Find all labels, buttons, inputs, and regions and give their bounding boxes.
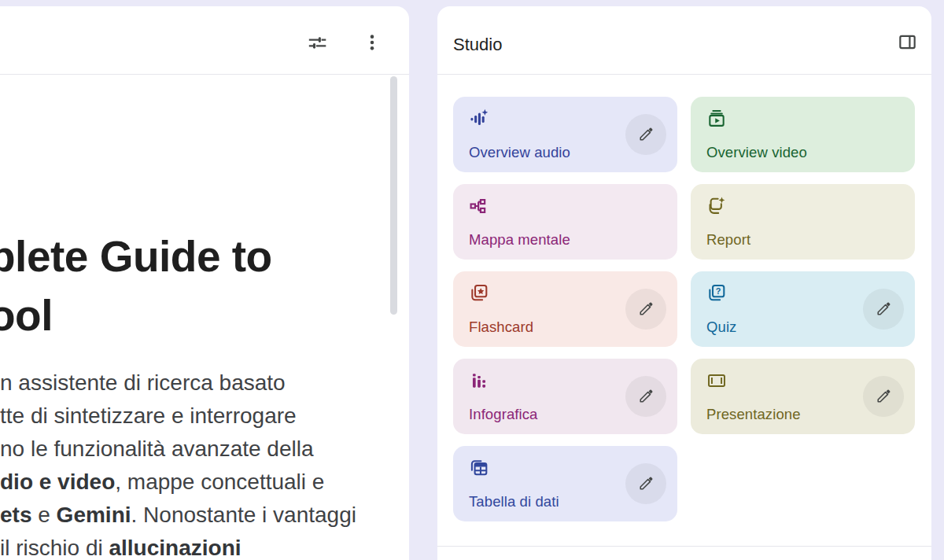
studio-card-overview-audio[interactable]: Overview audio [453, 97, 677, 172]
doc-title-line: plete Guide to [0, 227, 272, 286]
studio-panel: Studio Overview audio [437, 6, 931, 560]
infographic-bars-icon [469, 370, 489, 391]
studio-panel-title: Studio [453, 35, 502, 55]
quiz-cards-icon: ? [706, 283, 727, 304]
studio-card-flashcard[interactable]: Flashcard [453, 271, 677, 347]
edit-button[interactable] [863, 289, 904, 330]
doc-text-line: ets e Gemini. Nonostante i vantaggi [0, 499, 356, 532]
studio-card-data-table[interactable]: Tabella di dati [453, 446, 677, 521]
card-label: Flashcard [469, 319, 533, 336]
studio-card-infographic[interactable]: Infografica [453, 359, 677, 434]
document-scrollbar[interactable] [390, 76, 397, 315]
panel-header-divider [437, 74, 931, 75]
pencil-icon [637, 126, 655, 143]
split-panel-icon [898, 42, 917, 54]
card-label: Presentazione [706, 406, 801, 423]
split-view-button[interactable] [898, 32, 917, 52]
doc-body: n assistente di ricerca basatotte di sin… [0, 367, 356, 560]
card-label: Infografica [469, 406, 538, 423]
card-label: Overview video [706, 144, 807, 161]
card-label: Mappa mentale [469, 231, 570, 249]
pencil-icon [875, 300, 892, 318]
data-table-icon [469, 458, 489, 478]
edit-button[interactable] [625, 289, 666, 330]
mindmap-icon [469, 196, 489, 216]
edit-button[interactable] [625, 114, 666, 155]
doc-text-line: tte di sintetizzare e interrogare [0, 400, 356, 433]
edit-button[interactable] [625, 376, 666, 417]
doc-text-line: n assistente di ricerca basato [0, 367, 356, 400]
flashcards-star-icon [469, 283, 489, 304]
studio-card-report[interactable]: Report [691, 184, 915, 260]
audio-waveform-sparkle-icon [469, 109, 489, 129]
pencil-icon [637, 388, 655, 405]
doc-title-line: ool [0, 286, 272, 345]
doc-title: plete Guide toool [0, 227, 272, 345]
studio-section-divider [437, 546, 931, 547]
studio-cards-grid: Overview audio Overview vid [453, 97, 915, 521]
edit-button[interactable] [863, 376, 904, 417]
more-vertical-icon [362, 43, 382, 55]
presentation-slide-icon [706, 370, 727, 391]
document-panel: plete Guide toool n assistente di ricerc… [0, 6, 409, 560]
svg-text:?: ? [716, 286, 721, 296]
studio-card-presentation[interactable]: Presentazione [691, 359, 915, 434]
doc-text-line: dio e video, mappe concettuali e [0, 466, 356, 499]
card-label: Overview audio [469, 144, 570, 161]
tune-icon [307, 44, 328, 56]
panel-header-divider [0, 74, 409, 75]
card-label: Tabella di dati [469, 493, 559, 510]
studio-card-quiz[interactable]: ? Quiz [691, 271, 915, 347]
more-options-button[interactable] [362, 32, 382, 53]
report-sparkle-icon [706, 196, 727, 216]
card-label: Quiz [706, 319, 736, 336]
video-play-stack-icon [706, 109, 727, 129]
doc-text-line: il rischio di allucinazioni [0, 532, 356, 560]
pencil-icon [637, 300, 655, 318]
doc-text-line: no le funzionalità avanzate della [0, 433, 356, 466]
studio-card-mind-map[interactable]: Mappa mentale [453, 184, 677, 260]
card-label: Report [706, 231, 750, 249]
studio-card-overview-video[interactable]: Overview video [691, 97, 915, 172]
edit-button[interactable] [625, 463, 666, 504]
pencil-icon [875, 388, 892, 405]
pencil-icon [637, 475, 655, 492]
tune-settings-button[interactable] [307, 32, 328, 53]
